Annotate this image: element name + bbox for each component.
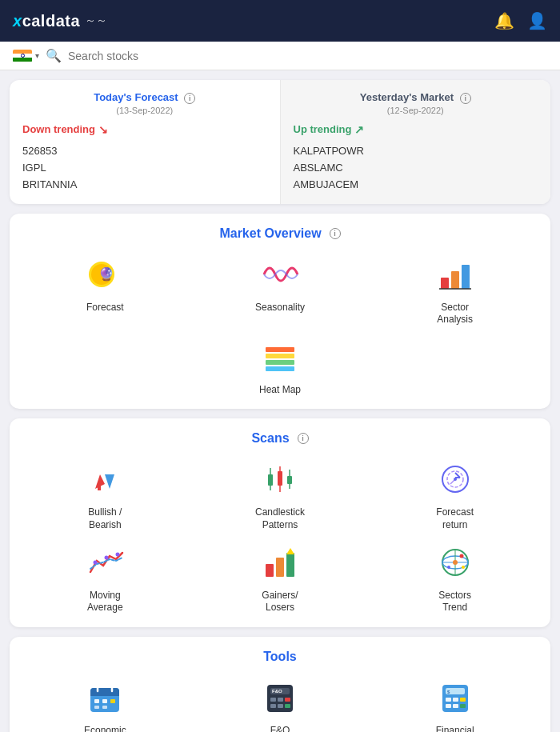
heatmap-item[interactable]: Heat Map	[195, 336, 366, 397]
forecast-icon: 🔮	[84, 254, 126, 295]
heatmap-label: Heat Map	[259, 384, 301, 397]
sector-analysis-label: SectorAnalysis	[437, 302, 473, 326]
moving-average-item[interactable]: MovingAverage	[22, 542, 188, 614]
search-input[interactable]	[68, 50, 547, 62]
bullish-bearish-item[interactable]: Bullish /Bearish	[22, 458, 188, 531]
svg-text:🔮: 🔮	[98, 266, 114, 282]
gainers-losers-item[interactable]: Gainers/Losers	[198, 542, 363, 614]
seasonality-item[interactable]: Seasonality	[198, 254, 363, 326]
fno-calculator-item[interactable]: F&O F&OCalculator	[198, 677, 363, 732]
svg-rect-56	[285, 698, 290, 702]
yesterday-market-title: Yesterday's Market i	[294, 91, 538, 104]
svg-rect-9	[266, 360, 294, 365]
stock-item[interactable]: AMBUJACEM	[294, 176, 538, 193]
svg-rect-31	[276, 558, 284, 577]
bullish-bearish-label: Bullish /Bearish	[88, 506, 122, 531]
svg-rect-64	[453, 698, 458, 702]
info-icon[interactable]: i	[460, 93, 471, 104]
up-trend-icon: ↗	[354, 123, 364, 136]
svg-point-38	[453, 560, 458, 565]
svg-point-41	[462, 566, 465, 569]
financial-calculator-label: FinancialCalculator	[434, 725, 477, 732]
sectors-trend-item[interactable]: SectorsTrend	[372, 542, 538, 614]
yesterday-market-date: (12-Sep-2022)	[294, 106, 538, 115]
svg-rect-51	[102, 706, 107, 709]
search-wrapper: 🔍	[46, 48, 547, 63]
stock-item[interactable]: 526853	[22, 142, 267, 159]
forecast-return-item[interactable]: Forecastreturn	[372, 458, 538, 531]
svg-rect-65	[460, 698, 466, 702]
seasonality-icon	[259, 254, 301, 295]
svg-rect-5	[462, 265, 470, 289]
tools-grid: EconomicCalender F&O	[22, 677, 538, 732]
svg-rect-66	[446, 704, 451, 708]
stock-item[interactable]: ABSLAMC	[294, 159, 538, 176]
svg-rect-63	[446, 698, 451, 702]
stock-item[interactable]: IGPL	[22, 159, 267, 176]
info-icon[interactable]: i	[330, 228, 341, 239]
stock-item[interactable]: KALPATPOWR	[294, 142, 538, 159]
svg-rect-44	[90, 693, 119, 696]
svg-rect-14	[108, 476, 111, 484]
financial-calculator-icon: $	[434, 677, 476, 718]
svg-rect-57	[270, 704, 276, 708]
today-forecast: Today's Forecast i (13-Sep-2022) Down tr…	[10, 80, 281, 204]
tools-title: Tools	[22, 650, 538, 664]
svg-rect-50	[94, 706, 99, 709]
svg-rect-7	[266, 347, 294, 352]
notification-icon[interactable]: 🔔	[494, 11, 514, 30]
candlestick-icon	[259, 458, 301, 500]
market-overview-grid: 🔮 Forecast Seasonality	[22, 254, 538, 326]
svg-point-29	[116, 552, 120, 556]
yesterday-market: Yesterday's Market i (12-Sep-2022) Up tr…	[281, 80, 551, 204]
info-icon[interactable]: i	[184, 93, 195, 104]
sector-analysis-item[interactable]: SectorAnalysis	[372, 254, 538, 326]
tools-card: Tools	[10, 637, 550, 732]
svg-rect-3	[441, 278, 449, 289]
svg-point-39	[459, 554, 463, 558]
app-header: xcaldata ～～ 🔔 👤	[0, 0, 560, 42]
search-icon: 🔍	[46, 48, 62, 63]
svg-rect-58	[278, 704, 283, 708]
financial-calculator-item[interactable]: $ FinancialCalculator	[372, 677, 538, 732]
forecast-card: Today's Forecast i (13-Sep-2022) Down tr…	[10, 80, 550, 204]
sectors-trend-icon	[434, 542, 476, 583]
svg-rect-30	[266, 564, 274, 577]
country-selector[interactable]: ▾	[13, 50, 39, 62]
market-forecast-item[interactable]: 🔮 Forecast	[22, 254, 188, 326]
today-forecast-title: Today's Forecast i	[22, 91, 267, 104]
candlestick-item[interactable]: CandlestickPatterns	[198, 458, 363, 531]
economic-calender-icon	[84, 677, 126, 718]
svg-rect-18	[278, 471, 282, 486]
market-overview-card: Market Overview i 🔮 Forecast	[10, 214, 550, 410]
svg-rect-8	[266, 354, 294, 358]
sectors-trend-label: SectorsTrend	[438, 590, 471, 614]
svg-rect-4	[451, 271, 459, 289]
svg-rect-67	[453, 704, 458, 708]
economic-calender-item[interactable]: EconomicCalender	[22, 677, 188, 732]
svg-rect-49	[110, 699, 115, 703]
logo-decoration: ～～	[85, 14, 107, 28]
info-icon[interactable]: i	[298, 433, 309, 444]
heatmap-icon	[259, 336, 301, 378]
header-icons: 🔔 👤	[494, 11, 547, 30]
scans-title: Scans i	[22, 431, 538, 446]
main-content: Today's Forecast i (13-Sep-2022) Down tr…	[0, 70, 560, 732]
down-trend-icon: ↘	[98, 123, 108, 136]
svg-rect-32	[286, 553, 294, 577]
svg-rect-48	[102, 699, 107, 703]
svg-rect-20	[287, 476, 292, 484]
stock-item[interactable]: BRITANNIA	[22, 176, 267, 193]
search-bar: ▾ 🔍	[0, 42, 560, 70]
india-flag	[13, 50, 32, 62]
heatmap-row: Heat Map	[22, 336, 538, 397]
forecast-label: Forecast	[86, 302, 124, 314]
gainers-losers-label: Gainers/Losers	[262, 590, 298, 614]
svg-point-26	[454, 478, 457, 481]
candlestick-label: CandlestickPatterns	[255, 506, 305, 531]
scans-grid: Bullish /Bearish CandlestickPatterns	[22, 458, 538, 614]
bullish-bearish-icon	[84, 458, 126, 500]
svg-rect-54	[270, 698, 276, 702]
fno-calculator-icon: F&O	[259, 677, 301, 718]
user-icon[interactable]: 👤	[527, 11, 547, 30]
